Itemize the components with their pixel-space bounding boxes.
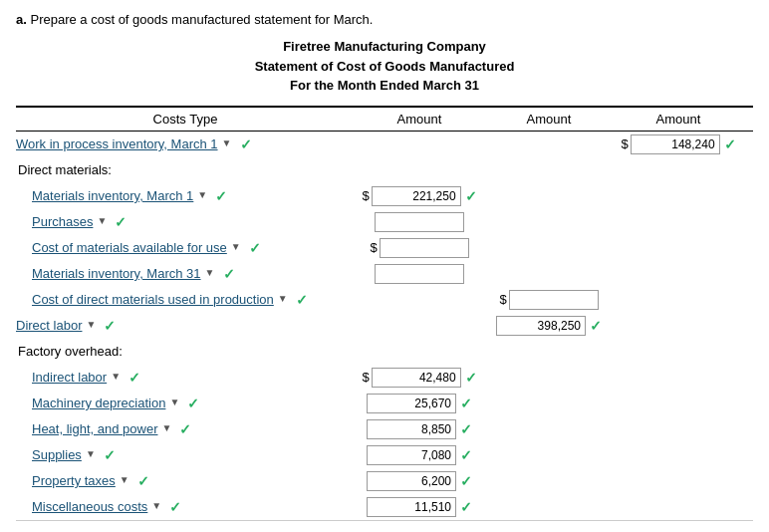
question-letter: a.: [16, 12, 27, 27]
col-header-amount1: Amount: [355, 112, 484, 127]
row-heat-light-power: Heat, light, and power ▼ ✓ ✓: [16, 416, 753, 442]
heat-light-power-dropdown[interactable]: ▼: [161, 422, 175, 436]
purchases-col1: [355, 212, 484, 232]
row-indirect-labor: Indirect labor ▼ ✓ $ ✓: [16, 365, 753, 391]
col-header-amount2: Amount: [484, 112, 614, 127]
purchases-label[interactable]: Purchases: [32, 214, 93, 229]
row-cost-materials-available: Cost of materials available for use ▼ ✓ …: [16, 235, 753, 261]
materials-march31-col1: [355, 264, 484, 284]
indirect-labor-dollar: $: [362, 370, 369, 385]
cost-direct-materials-col2: $: [484, 290, 614, 310]
indirect-labor-label[interactable]: Indirect labor: [32, 370, 107, 385]
heat-light-power-check: ✓: [179, 421, 191, 437]
supplies-col1: ✓: [355, 445, 484, 465]
cost-materials-available-label[interactable]: Cost of materials available for use: [32, 240, 227, 255]
materials-march31-input[interactable]: [375, 264, 464, 284]
row-factory-overhead-heading: Factory overhead:: [16, 339, 753, 365]
direct-labor-col2: ✓: [484, 316, 614, 336]
heat-light-power-col1: ✓: [355, 419, 484, 439]
cost-statement-table: Costs Type Amount Amount Amount Work in …: [16, 106, 753, 521]
row-miscellaneous-costs: Miscellaneous costs ▼ ✓ ✓: [16, 494, 753, 520]
heat-light-power-label[interactable]: Heat, light, and power: [32, 421, 157, 436]
cost-materials-available-dollar: $: [370, 240, 377, 255]
company-header: Firetree Manufacturing Company Statement…: [16, 37, 753, 96]
purchases-dropdown[interactable]: ▼: [97, 215, 111, 229]
materials-march1-dropdown[interactable]: ▼: [197, 189, 211, 203]
cost-materials-available-input[interactable]: [380, 238, 469, 258]
materials-march1-input[interactable]: [372, 186, 461, 206]
statement-period: For the Month Ended March 31: [16, 76, 753, 96]
machinery-depreciation-col1-check: ✓: [460, 396, 472, 411]
question-text: Prepare a cost of goods manufactured sta…: [30, 12, 373, 27]
row-cost-direct-materials: Cost of direct materials used in product…: [16, 287, 753, 313]
purchases-input[interactable]: [375, 212, 464, 232]
machinery-depreciation-check: ✓: [187, 396, 199, 411]
row-property-taxes: Property taxes ▼ ✓ ✓: [16, 468, 753, 494]
property-taxes-input[interactable]: [367, 471, 456, 491]
indirect-labor-col1-check: ✓: [465, 370, 477, 386]
row-machinery-depreciation: Machinery depreciation ▼ ✓ ✓: [16, 391, 753, 416]
miscellaneous-costs-col1: ✓: [355, 497, 484, 517]
cost-materials-available-dropdown[interactable]: ▼: [231, 241, 245, 255]
supplies-input[interactable]: [367, 445, 456, 465]
cost-direct-materials-label[interactable]: Cost of direct materials used in product…: [32, 292, 274, 307]
indirect-labor-input[interactable]: [372, 368, 461, 388]
machinery-depreciation-col1: ✓: [355, 394, 484, 413]
materials-march31-dropdown[interactable]: ▼: [205, 267, 219, 281]
cost-materials-available-col1: $: [355, 238, 484, 258]
materials-march1-dollar: $: [362, 188, 369, 203]
row-materials-march31: Materials inventory, March 31 ▼ ✓: [16, 261, 753, 287]
indirect-labor-col1: $ ✓: [355, 368, 484, 388]
property-taxes-dropdown[interactable]: ▼: [120, 474, 133, 488]
row-supplies: Supplies ▼ ✓ ✓: [16, 442, 753, 468]
direct-materials-heading: Direct materials:: [16, 162, 112, 177]
cost-direct-materials-input[interactable]: [509, 290, 599, 310]
direct-labor-input[interactable]: [496, 316, 586, 336]
supplies-dropdown[interactable]: ▼: [86, 448, 100, 462]
miscellaneous-costs-label[interactable]: Miscellaneous costs: [32, 499, 147, 514]
wip-march1-check: ✓: [240, 136, 252, 152]
materials-march1-label[interactable]: Materials inventory, March 1: [32, 188, 193, 203]
direct-labor-dropdown[interactable]: ▼: [86, 319, 100, 333]
machinery-depreciation-label[interactable]: Machinery depreciation: [32, 396, 165, 410]
row-materials-march1: Materials inventory, March 1 ▼ ✓ $ ✓: [16, 183, 753, 209]
indirect-labor-dropdown[interactable]: ▼: [111, 371, 125, 385]
direct-labor-check: ✓: [104, 318, 116, 334]
miscellaneous-costs-dropdown[interactable]: ▼: [151, 500, 165, 514]
miscellaneous-costs-input[interactable]: [367, 497, 456, 517]
cost-direct-materials-dropdown[interactable]: ▼: [278, 293, 292, 307]
materials-march31-label[interactable]: Materials inventory, March 31: [32, 266, 201, 281]
materials-march1-col1-check: ✓: [465, 188, 477, 204]
row-wip-march1: Work in process inventory, March 1 ▼ ✓ $…: [16, 132, 753, 157]
wip-march1-dollar: $: [621, 136, 628, 151]
supplies-label[interactable]: Supplies: [32, 447, 82, 462]
heat-light-power-input[interactable]: [367, 419, 456, 439]
miscellaneous-costs-check: ✓: [169, 499, 181, 515]
wip-march1-input[interactable]: [631, 134, 720, 154]
wip-march1-label[interactable]: Work in process inventory, March 1: [16, 136, 218, 151]
machinery-depreciation-input[interactable]: [367, 394, 456, 413]
question-label: a. Prepare a cost of goods manufactured …: [16, 12, 753, 27]
supplies-check: ✓: [104, 447, 116, 463]
wip-march1-col3: $ ✓: [614, 134, 743, 154]
property-taxes-col1: ✓: [355, 471, 484, 491]
heat-light-power-col1-check: ✓: [460, 421, 472, 437]
indirect-labor-check: ✓: [128, 370, 140, 386]
cost-materials-available-check: ✓: [249, 240, 261, 256]
statement-title: Statement of Cost of Goods Manufactured: [16, 57, 753, 77]
supplies-col1-check: ✓: [460, 447, 472, 463]
direct-labor-col2-check: ✓: [590, 318, 602, 334]
row-direct-materials-heading: Direct materials:: [16, 157, 753, 183]
row-direct-labor: Direct labor ▼ ✓ ✓: [16, 313, 753, 339]
wip-march1-dropdown[interactable]: ▼: [222, 137, 236, 151]
materials-march1-col1: $ ✓: [355, 186, 484, 206]
col-header-amount3: Amount: [614, 112, 743, 127]
property-taxes-label[interactable]: Property taxes: [32, 473, 116, 488]
direct-labor-label[interactable]: Direct labor: [16, 318, 82, 333]
machinery-depreciation-dropdown[interactable]: ▼: [169, 397, 183, 410]
cost-direct-materials-dollar: $: [499, 292, 506, 307]
miscellaneous-costs-col1-check: ✓: [460, 499, 472, 515]
materials-march1-check: ✓: [215, 188, 227, 204]
factory-overhead-heading: Factory overhead:: [16, 344, 123, 359]
company-name: Firetree Manufacturing Company: [16, 37, 753, 57]
